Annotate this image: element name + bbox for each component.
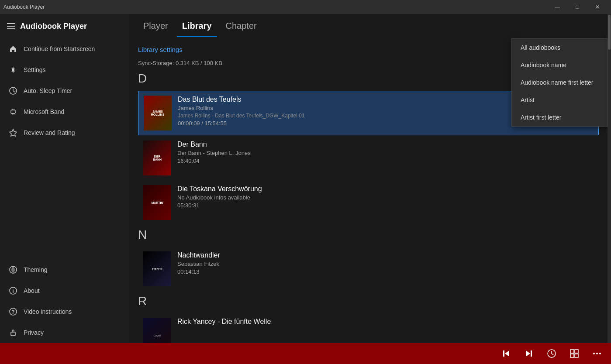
svg-point-25 (593, 353, 595, 354)
scrollbar-thumb[interactable] (608, 15, 611, 50)
svg-rect-22 (575, 350, 578, 353)
sidebar: Audiobook Player Continue from Startscre… (0, 14, 129, 343)
svg-rect-17 (503, 350, 504, 357)
book-item-nachtwandler[interactable]: FITZEK Nachtwandler Sebastian Fitzek 00:… (138, 247, 599, 291)
section-n: N (138, 228, 599, 242)
home-icon (9, 45, 17, 53)
sidebar-item-band-label: Microsoft Band (24, 108, 64, 115)
book-info-toskana: Die Toskana Verschwörung No Audiobook in… (177, 185, 594, 209)
svg-rect-8 (11, 332, 15, 336)
svg-rect-23 (570, 354, 574, 357)
svg-rect-19 (531, 350, 532, 357)
sidebar-bottom: Theming i About ? Video in (0, 259, 129, 343)
close-button[interactable]: ✕ (587, 0, 608, 14)
section-r: R (138, 294, 599, 308)
video-icon: ? (9, 307, 17, 316)
player-bar (0, 343, 611, 364)
playlist-button[interactable] (567, 347, 581, 361)
scrollbar[interactable] (608, 14, 611, 343)
sidebar-item-microsoft-band[interactable]: Microsoft Band (0, 101, 129, 122)
book-title-nachtwandler: Nachtwandler (177, 251, 594, 259)
book-cover-nachtwandler: FITZEK (143, 251, 171, 286)
sidebar-app-title: Audiobook Player (20, 22, 87, 31)
sidebar-item-continue-label: Continue from Startscreen (24, 45, 95, 52)
sidebar-header: Audiobook Player (0, 14, 129, 38)
book-info-rick-yancey: Rick Yancey - Die fünfte Welle (177, 318, 594, 326)
sidebar-item-about-label: About (24, 287, 40, 294)
sidebar-item-about[interactable]: i About (0, 280, 129, 301)
app-title: Audiobook Player (3, 4, 45, 10)
main-content: Player Library Chapter Library settings (129, 14, 608, 343)
sidebar-item-settings-label: Settings (24, 66, 46, 73)
book-cover-das-blut: JAMESROLLINS (144, 96, 172, 130)
book-item-der-bann[interactable]: DERBANN Der Bann Der Bann - Stephen L. J… (138, 136, 599, 180)
book-author-der-bann: Der Bann - Stephen L. Jones (177, 150, 594, 156)
svg-text:i: i (12, 288, 14, 294)
svg-marker-16 (505, 350, 509, 357)
book-title-rick-yancey: Rick Yancey - Die fünfte Welle (177, 318, 594, 326)
tab-chapter[interactable]: Chapter (221, 21, 262, 37)
book-info-nachtwandler: Nachtwandler Sebastian Fitzek 00:14:13 (177, 251, 594, 275)
dropdown-item-artist[interactable]: Artist (512, 91, 607, 109)
minimize-button[interactable]: — (547, 0, 567, 14)
privacy-icon (9, 328, 17, 337)
book-cover-toskana: MARTIN (143, 185, 171, 220)
svg-rect-21 (570, 350, 574, 353)
svg-text:?: ? (11, 309, 14, 315)
hamburger-icon[interactable] (7, 23, 15, 29)
book-author-nachtwandler: Sebastian Fitzek (177, 261, 594, 267)
sidebar-item-theming[interactable]: Theming (0, 259, 129, 280)
titlebar: Audiobook Player — □ ✕ (0, 0, 611, 14)
book-cover-rick-yancey: cover (143, 318, 171, 343)
maximize-button[interactable]: □ (567, 0, 587, 14)
band-icon (9, 107, 17, 116)
sidebar-item-video-label: Video instructions (24, 308, 72, 315)
book-time-nachtwandler: 00:14:13 (177, 268, 594, 275)
sidebar-item-review-label: Review and Rating (24, 129, 75, 136)
sort-dropdown: All audiobooks Audiobook name Audiobook … (511, 38, 608, 127)
settings-icon (9, 65, 17, 74)
sidebar-item-theming-label: Theming (24, 266, 47, 273)
sleep-timer-icon (9, 86, 17, 95)
sidebar-item-settings[interactable]: Settings (0, 59, 129, 80)
book-info-der-bann: Der Bann Der Bann - Stephen L. Jones 16:… (177, 141, 594, 164)
book-cover-der-bann: DERBANN (143, 141, 171, 175)
svg-rect-2 (11, 110, 15, 113)
tab-player[interactable]: Player (138, 21, 173, 37)
book-item-rick-yancey[interactable]: cover Rick Yancey - Die fünfte Welle (138, 313, 599, 343)
book-title-toskana: Die Toskana Verschwörung (177, 185, 594, 193)
svg-point-26 (596, 353, 598, 354)
sidebar-item-sleep-timer-label: Auto. Sleep Timer (24, 87, 72, 94)
sidebar-item-review[interactable]: Review and Rating (0, 122, 129, 143)
book-time-toskana: 05:30:31 (177, 202, 594, 209)
tab-library[interactable]: Library (177, 21, 217, 37)
sleep-timer-player-button[interactable] (545, 347, 559, 361)
dropdown-item-audiobook-name-first[interactable]: Audiobook name first letter (512, 74, 607, 91)
about-icon: i (9, 286, 17, 295)
skip-back-button[interactable] (499, 347, 513, 361)
dropdown-item-audiobook-name[interactable]: Audiobook name (512, 56, 607, 74)
window-controls: — □ ✕ (547, 0, 608, 14)
skip-forward-button[interactable] (522, 347, 536, 361)
tabbar: Player Library Chapter (129, 14, 608, 37)
book-item-toskana[interactable]: MARTIN Die Toskana Verschwörung No Audio… (138, 181, 599, 224)
book-author-toskana: No Audiobook infos available (177, 194, 594, 201)
app-body: Audiobook Player Continue from Startscre… (0, 14, 611, 343)
sidebar-item-sleep-timer[interactable]: Auto. Sleep Timer (0, 80, 129, 101)
book-time-der-bann: 16:40:04 (177, 158, 594, 164)
sidebar-item-privacy[interactable]: Privacy (0, 322, 129, 343)
dropdown-item-all-audiobooks[interactable]: All audiobooks (512, 39, 607, 56)
more-options-button[interactable] (590, 347, 604, 361)
svg-rect-24 (575, 354, 578, 357)
star-icon (9, 128, 17, 137)
book-title-der-bann: Der Bann (177, 141, 594, 148)
sidebar-nav: Continue from Startscreen Settings (0, 38, 129, 259)
svg-point-27 (599, 353, 601, 354)
library-settings-link[interactable]: Library settings (138, 46, 183, 53)
dropdown-item-artist-first[interactable]: Artist first letter (512, 109, 607, 126)
theme-icon (9, 265, 17, 274)
sidebar-item-video[interactable]: ? Video instructions (0, 301, 129, 322)
svg-marker-18 (526, 350, 530, 357)
sidebar-item-continue[interactable]: Continue from Startscreen (0, 38, 129, 59)
sidebar-item-privacy-label: Privacy (24, 329, 44, 336)
